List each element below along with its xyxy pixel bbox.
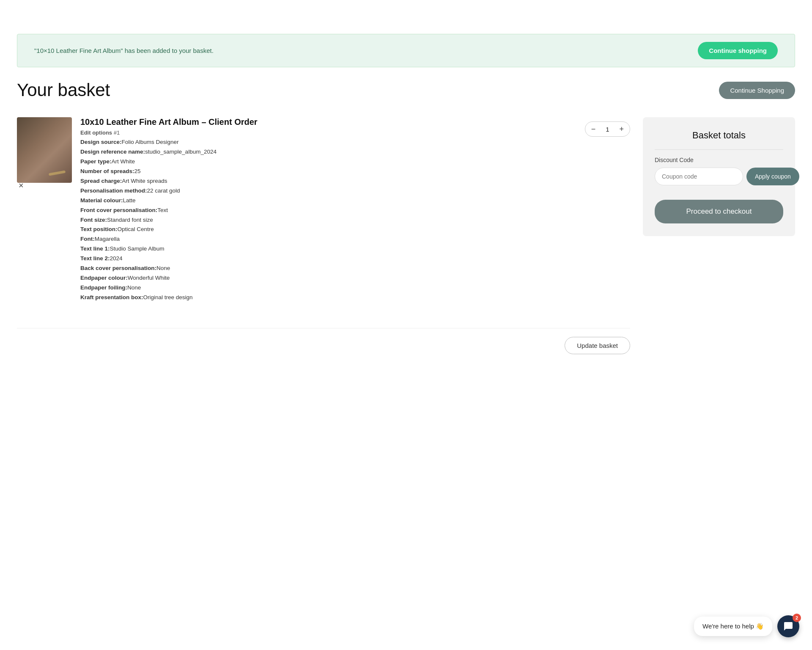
edit-options-value: #1 [114, 129, 120, 136]
item-spec-label: Paper type: [80, 158, 112, 165]
main-content: × 10x10 Leather Fine Art Album – Client … [0, 109, 812, 371]
coupon-row: Apply coupon [655, 168, 783, 185]
item-spec-line: Spread charge:Art White spreads [80, 176, 576, 186]
remove-item-button[interactable]: × [17, 179, 25, 191]
notification-bar: "10×10 Leather Fine Art Album" has been … [17, 34, 795, 67]
item-spec-line: Endpaper colour:Wonderful White [80, 273, 576, 283]
item-spec-label: Spread charge: [80, 178, 122, 184]
item-spec-line: Design reference name:studio_sample_albu… [80, 147, 576, 157]
quantity-section: − 1 + [585, 117, 630, 137]
divider [655, 149, 783, 150]
item-spec-line: Text line 2:2024 [80, 254, 576, 264]
item-spec-label: Text line 2: [80, 255, 110, 262]
cart-section: × 10x10 Leather Fine Art Album – Client … [17, 117, 630, 354]
coupon-input[interactable] [655, 168, 743, 185]
item-spec-label: Font size: [80, 217, 107, 223]
page-title: Your basket [17, 80, 110, 100]
item-spec-label: Personalisation method: [80, 187, 147, 194]
notification-text: "10×10 Leather Fine Art Album" has been … [34, 47, 214, 54]
item-image-wrapper: × [17, 117, 72, 183]
continue-shopping-gray-button[interactable]: Continue Shopping [719, 82, 795, 99]
item-spec-label: Design reference name: [80, 149, 145, 155]
item-spec-line: Text line 1:Studio Sample Album [80, 244, 576, 254]
item-spec-label: Material colour: [80, 197, 123, 204]
item-spec-line: Personalisation method:22 carat gold [80, 186, 576, 196]
update-basket-button[interactable]: Update basket [565, 337, 630, 354]
cart-item: × 10x10 Leather Fine Art Album – Client … [17, 117, 630, 315]
item-spec-line: Kraft presentation box:Original tree des… [80, 293, 576, 303]
update-basket-row: Update basket [17, 328, 630, 354]
basket-totals-title: Basket totals [655, 130, 783, 141]
item-spec-line: Material colour:Latte [80, 196, 576, 206]
item-spec-line: Endpaper foiling:None [80, 283, 576, 293]
continue-shopping-green-button[interactable]: Continue shopping [698, 42, 778, 59]
item-spec-label: Design source: [80, 139, 122, 145]
quantity-control: − 1 + [585, 121, 630, 137]
quantity-value: 1 [601, 122, 613, 136]
item-spec-line: Text position:Optical Centre [80, 225, 576, 234]
item-name: 10x10 Leather Fine Art Album – Client Or… [80, 117, 576, 127]
edit-options-label: Edit options [80, 129, 112, 136]
item-spec-label: Number of spreads: [80, 168, 134, 174]
item-specs: Design source:Folio Albums DesignerDesig… [80, 138, 576, 303]
discount-code-label: Discount Code [655, 157, 783, 163]
apply-coupon-button[interactable]: Apply coupon [746, 168, 799, 185]
item-spec-line: Design source:Folio Albums Designer [80, 138, 576, 147]
item-spec-label: Kraft presentation box: [80, 294, 143, 300]
quantity-decrease-button[interactable]: − [585, 122, 602, 136]
item-spec-label: Front cover personalisation: [80, 207, 157, 213]
item-spec-line: Front cover personalisation:Text [80, 206, 576, 215]
item-spec-line: Font size:Standard font size [80, 215, 576, 225]
item-spec-line: Number of spreads:25 [80, 167, 576, 176]
item-image [17, 117, 72, 183]
item-spec-label: Endpaper colour: [80, 275, 128, 281]
item-spec-line: Paper type:Art White [80, 157, 576, 167]
item-spec-line: Back cover personalisation:None [80, 264, 576, 273]
item-spec-label: Text position: [80, 226, 118, 232]
item-spec-label: Text line 1: [80, 245, 110, 252]
item-spec-label: Back cover personalisation: [80, 265, 156, 271]
item-details: 10x10 Leather Fine Art Album – Client Or… [80, 117, 576, 303]
item-spec-line: Font:Magarella [80, 234, 576, 244]
basket-totals-panel: Basket totals Discount Code Apply coupon… [643, 117, 795, 236]
item-spec-label: Font: [80, 236, 95, 242]
quantity-increase-button[interactable]: + [613, 122, 630, 136]
edit-options: Edit options #1 [80, 129, 576, 136]
page-header: Your basket Continue Shopping [0, 67, 812, 109]
item-spec-label: Endpaper foiling: [80, 284, 127, 291]
proceed-to-checkout-button[interactable]: Proceed to checkout [655, 200, 783, 223]
